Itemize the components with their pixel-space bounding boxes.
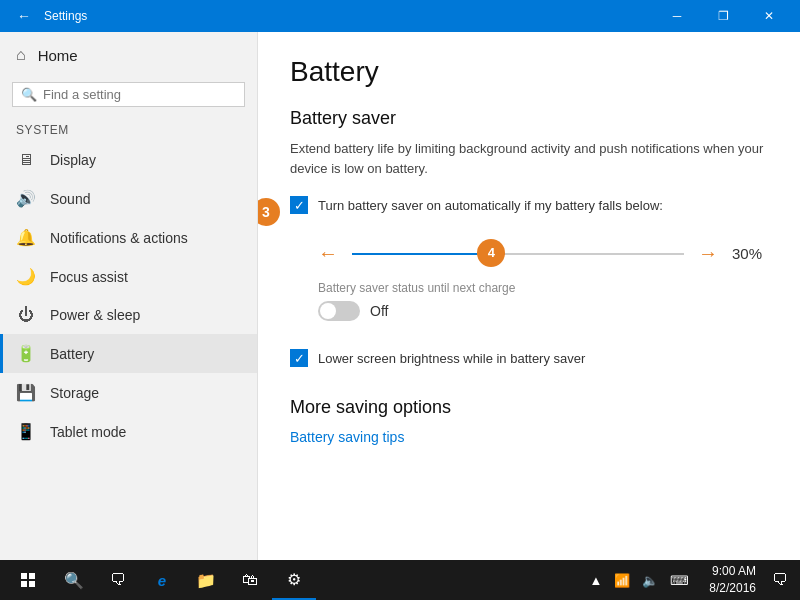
tray-network[interactable]: 📶 [610,571,634,590]
content-area: Battery Battery saver Extend battery lif… [258,32,800,560]
power-icon: ⏻ [16,306,36,324]
taskbar-settings-button[interactable]: ⚙ [272,560,316,600]
system-clock[interactable]: 9:00 AM 8/2/2016 [701,563,764,597]
tablet-icon: 📱 [16,422,36,441]
sidebar-item-label: Power & sleep [50,307,140,323]
sidebar-item-display[interactable]: 🖥 Display [0,141,257,179]
sidebar-item-battery[interactable]: 🔋 Battery [0,334,257,373]
window-title: Settings [44,9,654,23]
title-bar: ← Settings ─ ❐ ✕ [0,0,800,32]
checkbox1-label: Turn battery saver on automatically if m… [318,198,663,213]
search-icon: 🔍 [64,571,84,590]
tray-up-arrow[interactable]: ▲ [585,571,606,590]
back-button[interactable]: ← [8,0,40,32]
page-title: Battery [290,56,768,88]
tray-keyboard[interactable]: ⌨ [666,571,693,590]
home-icon: ⌂ [16,46,26,64]
slider-value: 30% [732,245,768,262]
close-button[interactable]: ✕ [746,0,792,32]
sidebar-item-power[interactable]: ⏻ Power & sleep [0,296,257,334]
display-icon: 🖥 [16,151,36,169]
sidebar-item-label: Display [50,152,96,168]
start-button[interactable] [4,560,52,600]
clock-date: 8/2/2016 [709,580,756,597]
annotation-3: 3 [258,198,280,226]
main-content: ⌂ Home 🔍 System 🖥 Display 🔊 Sound 🔔 Noti… [0,32,800,560]
store-icon: 🛍 [242,571,258,589]
tray-volume[interactable]: 🔈 [638,571,662,590]
clock-time: 9:00 AM [709,563,756,580]
battery-saver-toggle[interactable] [318,301,360,321]
taskbar-taskview-button[interactable]: 🗨 [96,560,140,600]
sidebar-item-storage[interactable]: 💾 Storage [0,373,257,412]
sidebar-item-label: Battery [50,346,94,362]
section1-desc: Extend battery life by limiting backgrou… [290,139,768,178]
sidebar-item-tablet[interactable]: 📱 Tablet mode [0,412,257,451]
window-controls: ─ ❐ ✕ [654,0,792,32]
sidebar-item-label: Storage [50,385,99,401]
slider-right-arrow[interactable]: → [698,242,718,265]
search-icon: 🔍 [21,87,37,102]
battery-icon: 🔋 [16,344,36,363]
system-tray: ▲ 📶 🔈 ⌨ [577,571,701,590]
checkbox-row-2: ✓ Lower screen brightness while in batte… [290,349,768,367]
battery-saver-checkbox[interactable]: ✓ [290,196,308,214]
sidebar-section-label: System [0,115,257,141]
notification-icon: 🗨 [772,571,788,589]
home-label: Home [38,47,78,64]
section1-title: Battery saver [290,108,768,129]
taskbar-store-button[interactable]: 🛍 [228,560,272,600]
sound-icon: 🔊 [16,189,36,208]
settings-icon: ⚙ [287,570,301,589]
minimize-button[interactable]: ─ [654,0,700,32]
checkbox2-label: Lower screen brightness while in battery… [318,351,585,366]
sidebar-item-sound[interactable]: 🔊 Sound [0,179,257,218]
sidebar-item-label: Notifications & actions [50,230,188,246]
sidebar-item-focus[interactable]: 🌙 Focus assist [0,257,257,296]
sidebar-item-label: Tablet mode [50,424,126,440]
battery-slider[interactable]: 4 [352,244,684,264]
notification-center-button[interactable]: 🗨 [764,560,796,600]
battery-saving-tips-link[interactable]: Battery saving tips [290,429,404,445]
search-input[interactable] [43,87,236,102]
slider-area: ← 4 → 30% Battery saver status until nex… [318,242,768,321]
slider-left-arrow[interactable]: ← [318,242,338,265]
toggle-status: Off [370,303,388,319]
slider-thumb[interactable]: 4 [484,247,498,261]
battery-saver-status-label: Battery saver status until next charge [318,281,768,295]
storage-icon: 💾 [16,383,36,402]
taskbar-search-button[interactable]: 🔍 [52,560,96,600]
start-icon [21,573,35,587]
taskbar-edge-button[interactable]: e [140,560,184,600]
sidebar: ⌂ Home 🔍 System 🖥 Display 🔊 Sound 🔔 Noti… [0,32,258,560]
notifications-icon: 🔔 [16,228,36,247]
taskview-icon: 🗨 [110,571,126,589]
edge-icon: e [158,572,166,589]
sidebar-item-label: Sound [50,191,90,207]
sidebar-item-notifications[interactable]: 🔔 Notifications & actions [0,218,257,257]
more-options-title: More saving options [290,397,768,418]
sidebar-item-label: Focus assist [50,269,128,285]
checkbox-row-1: ✓ Turn battery saver on automatically if… [290,196,663,214]
slider-fill [352,253,491,255]
focus-icon: 🌙 [16,267,36,286]
taskbar-explorer-button[interactable]: 📁 [184,560,228,600]
sidebar-item-home[interactable]: ⌂ Home [0,32,257,78]
brightness-checkbox[interactable]: ✓ [290,349,308,367]
taskbar: 🔍 🗨 e 📁 🛍 ⚙ ▲ 📶 🔈 ⌨ 9:00 AM 8/2/2016 🗨 [0,560,800,600]
toggle-knob [320,303,336,319]
search-box[interactable]: 🔍 [12,82,245,107]
explorer-icon: 📁 [196,571,216,590]
toggle-row: Off [318,301,768,321]
restore-button[interactable]: ❐ [700,0,746,32]
